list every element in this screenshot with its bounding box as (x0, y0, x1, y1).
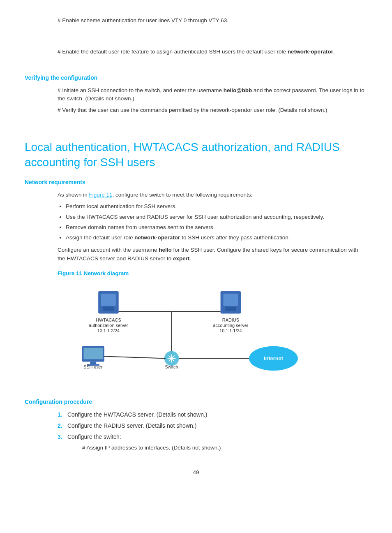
step-1: 1. Configure the HWTACACS server. (Detai… (58, 410, 367, 419)
substep-1: # Assign IP addresses to interfaces. (De… (82, 444, 367, 452)
hwtacacs-sublabel: authorization server (89, 323, 128, 328)
ssh-switch-line (104, 357, 166, 359)
hwtacacs-ip: 10.1.1.2/24 (97, 328, 120, 333)
radius-label: RADIUS (222, 317, 239, 322)
comment-line-2: # Enable the default user role feature t… (58, 48, 367, 56)
radius-icon-inner (224, 294, 238, 306)
hwtacacs-icon-inner (101, 294, 116, 306)
bullet-2: Use the HWTACACS server and RADIUS serve… (66, 213, 367, 221)
steps-container: 1. Configure the HWTACACS server. (Detai… (58, 410, 367, 452)
svg-rect-7 (90, 362, 96, 364)
switch-label: Switch (165, 364, 178, 369)
switch-icon (164, 351, 179, 366)
verifying-para1: # Initiate an SSH connection to the swit… (58, 86, 367, 103)
step-2-num: 2. (58, 422, 67, 430)
verifying-heading: Verifying the configuration (25, 74, 367, 82)
chapter-title: Local authentication, HWTACACS authoriza… (25, 140, 367, 170)
step-2-text: Configure the RADIUS server. (Details no… (67, 422, 196, 430)
requirements-list: Perform local authentication for SSH ser… (66, 202, 367, 242)
step-3-num: 3. (58, 433, 67, 441)
verifying-para2: # Verify that the user can use the comma… (58, 106, 367, 114)
step-3: 3. Configure the switch: (58, 433, 367, 441)
config-account-text: Configure an account with the username h… (58, 246, 367, 263)
comment-text-2a: # Enable the default user role feature t… (58, 49, 286, 55)
radius-ip: 10.1.1.1/24 (219, 328, 242, 333)
network-intro: As shown in Figure 11, configure the swi… (58, 191, 367, 199)
svg-rect-6 (83, 348, 103, 359)
ssh-user-label: SSH user (83, 364, 103, 369)
bullet-1: Perform local authentication for SSH ser… (66, 202, 367, 211)
bullet-4: Assign the default user role network-ope… (66, 234, 367, 242)
step-3-text: Configure the switch: (67, 433, 121, 441)
bullet-3: Remove domain names from usernames sent … (66, 223, 367, 232)
figure11-link[interactable]: Figure 11 (89, 192, 113, 198)
step-2: 2. Configure the RADIUS server. (Details… (58, 422, 367, 430)
comment-bold-2: network-operator (288, 49, 333, 55)
config-procedure-heading: Configuration procedure (25, 398, 367, 406)
internet-label: Internet (264, 356, 284, 362)
step-1-num: 1. (58, 410, 67, 419)
figure-caption: Figure 11 Network diagram (58, 269, 367, 278)
comment-period: . (333, 49, 335, 55)
network-requirements-heading: Network requirements (25, 178, 367, 187)
comment-line-1: # Enable scheme authentication for user … (58, 16, 367, 25)
diagram-svg: HWTACACS authorization server 10.1.1.2/2… (58, 283, 343, 389)
network-diagram: HWTACACS authorization server 10.1.1.2/2… (58, 283, 343, 389)
radius-base (225, 307, 236, 311)
page-number: 49 (25, 468, 367, 477)
ssh-user-icon (82, 346, 104, 366)
hwtacacs-base (103, 307, 114, 311)
radius-sublabel: accounting server (213, 323, 248, 328)
step-1-text: Configure the HWTACACS server. (Details … (67, 410, 208, 419)
hwtacacs-label: HWTACACS (96, 317, 121, 322)
